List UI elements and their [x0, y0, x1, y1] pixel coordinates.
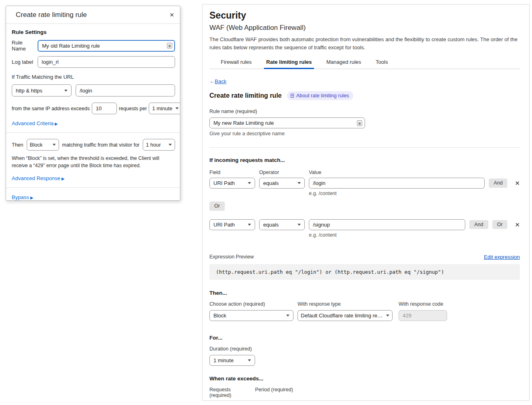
value-column-label: Value — [309, 170, 321, 175]
action-select[interactable]: Block — [27, 139, 59, 151]
or-button[interactable]: Or — [492, 220, 508, 229]
rule-name-label: Rule name (required) — [209, 109, 520, 114]
back-link[interactable]: ←Back — [209, 78, 226, 84]
log-label-input[interactable] — [38, 56, 175, 68]
response-code-label: With response code — [399, 301, 447, 307]
caret-down-icon — [286, 315, 289, 317]
condition-row: URI Path equals And Or ✕ — [209, 219, 520, 230]
and-button[interactable]: And — [489, 178, 507, 188]
scheme-select[interactable]: http & https — [12, 84, 72, 97]
threshold-period-select[interactable]: 1 minute — [149, 103, 180, 114]
threshold-prefix-label: from the same IP address exceeds — [12, 106, 90, 111]
duration-label: Duration (required) — [209, 346, 520, 352]
waf-security-panel: Security WAF (Web Application Firewall) … — [202, 4, 530, 401]
caret-down-icon — [298, 182, 301, 184]
page-subtitle: WAF (Web Application Firewall) — [209, 24, 520, 32]
action-select[interactable]: Block — [209, 310, 293, 321]
response-code-input — [399, 310, 447, 321]
rule-name-label: Rule Name — [12, 40, 38, 52]
threshold-input[interactable] — [92, 103, 117, 114]
expression-preview-label: Expression Preview — [209, 254, 254, 260]
url-input[interactable] — [76, 84, 175, 97]
remove-condition-icon[interactable]: ✕ — [515, 180, 520, 186]
operator-column-label: Operator — [259, 170, 305, 175]
disclosure-triangle-icon: ▶ — [61, 176, 65, 181]
rule-name-helper: Give your rule a descriptive name — [209, 131, 520, 136]
divider — [6, 132, 180, 133]
ban-duration-select[interactable]: 1 hour — [143, 139, 175, 151]
duration-select[interactable]: 1 minute — [209, 355, 255, 366]
traffic-matching-label: If Traffic Matching the URL — [12, 74, 175, 80]
for-section-heading: For... — [209, 335, 520, 341]
block-note: When “Block” is set, when the threshold … — [12, 155, 174, 170]
autofill-icon — [167, 43, 172, 48]
tab-firewall-rules[interactable]: Firewall rules — [220, 57, 253, 69]
choose-action-label: Choose action (required) — [209, 301, 293, 307]
then-section-heading: Then... — [209, 290, 520, 296]
document-icon — [291, 94, 294, 98]
operator-select[interactable]: equals — [259, 219, 305, 230]
rule-name-input[interactable] — [209, 118, 365, 128]
value-input[interactable] — [309, 219, 465, 230]
period-label: Period (required) — [255, 387, 293, 398]
advanced-criteria-link[interactable]: Advanced Criteria▶ — [12, 120, 58, 126]
dialog-header: Create rate limiting rule ✕ — [6, 6, 180, 24]
and-button[interactable]: And — [469, 220, 488, 229]
disclosure-triangle-icon: ▶ — [55, 122, 58, 126]
caret-down-icon — [248, 224, 251, 226]
tab-managed-rules[interactable]: Managed rules — [325, 57, 362, 69]
rule-name-input[interactable] — [38, 40, 175, 52]
response-type-label: With response type — [298, 301, 393, 307]
caret-down-icon — [169, 144, 172, 146]
field-select[interactable]: URI Path — [209, 178, 255, 189]
page-description: The Cloudflare WAF provides both automat… — [209, 36, 520, 51]
value-helper: e.g. /content — [209, 191, 520, 196]
page-title: Security — [209, 10, 520, 21]
caret-down-icon — [386, 315, 389, 317]
edit-expression-link[interactable]: Edit expression — [484, 254, 520, 260]
or-connector-button[interactable]: Or — [209, 201, 225, 211]
response-type-select[interactable]: Default Cloudflare rate limiting respons… — [298, 310, 393, 321]
threshold-suffix-label: requests per — [119, 106, 147, 111]
then-suffix-label: matching traffic from that visitor for — [62, 142, 140, 148]
caret-down-icon — [248, 359, 251, 361]
field-select[interactable]: URI Path — [209, 219, 255, 230]
caret-down-icon — [175, 107, 179, 109]
divider — [209, 147, 520, 148]
value-helper: e.g. /content — [209, 232, 520, 238]
then-label: Then — [12, 142, 23, 148]
dialog-title: Create rate limiting rule — [16, 11, 169, 19]
autofill-icon — [357, 120, 362, 126]
caret-down-icon — [248, 182, 251, 184]
expression-preview-box: (http.request.uri.path eq "/login") or (… — [209, 264, 520, 280]
caret-down-icon — [64, 90, 68, 92]
about-rate-limiting-rules-badge[interactable]: About rate limiting rules — [287, 91, 354, 100]
rule-settings-heading: Rule Settings — [12, 29, 175, 35]
remove-condition-icon[interactable]: ✕ — [515, 222, 520, 228]
divider — [6, 187, 180, 188]
value-input[interactable] — [309, 178, 485, 189]
bypass-link[interactable]: Bypass▶ — [12, 194, 33, 200]
dialog-body: Rule Settings Rule Name Log label If Tra… — [6, 24, 180, 201]
field-column-label: Field — [209, 170, 255, 175]
caret-down-icon — [298, 224, 301, 226]
back-arrow-icon: ← — [209, 78, 215, 84]
rate-section-heading: When rate exceeds... — [209, 376, 520, 382]
create-rate-limiting-rule-dialog: Create rate limiting rule ✕ Rule Setting… — [6, 6, 180, 201]
operator-select[interactable]: equals — [259, 178, 305, 189]
requests-label: Requests (required) — [209, 387, 251, 398]
tab-rate-limiting-rules[interactable]: Rate limiting rules — [266, 57, 313, 69]
match-section-heading: If incoming requests match... — [209, 157, 520, 163]
tab-tools[interactable]: Tools — [375, 57, 388, 69]
close-icon[interactable]: ✕ — [169, 12, 174, 18]
condition-row: URI Path equals And ✕ — [209, 178, 520, 189]
form-heading: Create rate limiting rule — [209, 92, 282, 99]
disclosure-triangle-icon: ▶ — [30, 195, 34, 200]
rules-tabbar: Firewall rules Rate limiting rules Manag… — [209, 57, 520, 69]
caret-down-icon — [53, 144, 56, 146]
log-label-label: Log label — [12, 59, 38, 65]
advanced-response-link[interactable]: Advanced Response▶ — [12, 175, 65, 181]
